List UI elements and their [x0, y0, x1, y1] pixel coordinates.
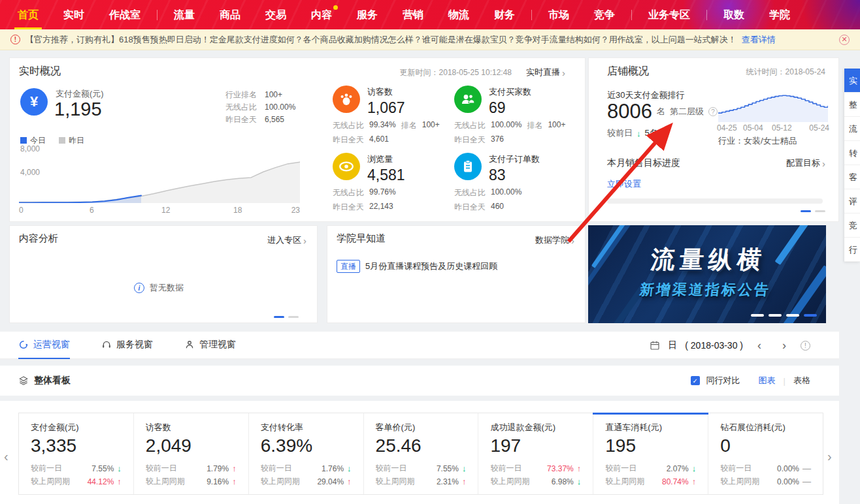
nav-item-business-zone[interactable]: 业务专区: [636, 0, 703, 29]
live-item-title: 5月份直播课程预告及历史课程回顾: [365, 260, 497, 272]
cards-scroll-left[interactable]: ‹: [4, 449, 8, 464]
enter-zone-link[interactable]: 进入专区›: [267, 234, 306, 246]
quick-nav-competition[interactable]: 竞: [844, 213, 860, 238]
nav-divider: [531, 10, 532, 20]
nav-item-trade[interactable]: 交易: [253, 0, 299, 29]
metric-buyers: 支付买家数 69 无线占比100.00%排名100+ 昨日全天376: [454, 86, 576, 153]
kpi-card-ztc-spend[interactable]: 直通车消耗(元) 195 较前一日2.07%↓ 较上周同期80.74%↑: [593, 413, 708, 494]
academy-live-item[interactable]: 直播 5月份直播课程预告及历史课程回顾: [337, 260, 497, 273]
goal-progress-bar: [607, 198, 823, 204]
quick-nav-traffic[interactable]: 流: [844, 117, 860, 141]
chevron-right-icon: ›: [822, 159, 825, 168]
trend-arrow-icon: ↓: [462, 464, 467, 473]
setup-now-link[interactable]: 立即设置: [607, 178, 641, 190]
info-icon: i: [134, 283, 144, 293]
legend-yesterday[interactable]: 昨日: [59, 135, 84, 146]
quick-nav-realtime[interactable]: 实: [844, 69, 860, 93]
trend-arrow-icon: ↑: [692, 477, 697, 486]
table-view-toggle[interactable]: 表格: [793, 375, 810, 386]
help-icon[interactable]: ?: [708, 107, 718, 116]
data-academy-link[interactable]: 数据学院›: [535, 234, 574, 246]
nav-item-content[interactable]: 内容: [299, 0, 344, 29]
quick-nav-overall[interactable]: 整: [844, 93, 860, 117]
peer-compare-checkbox[interactable]: ✓: [691, 376, 700, 385]
pagination-dash-active[interactable]: [274, 316, 284, 318]
banner-line1: 流量纵横: [588, 244, 826, 276]
cards-scroll-right[interactable]: ›: [827, 449, 832, 464]
trend-arrow-icon: ↑: [347, 477, 352, 486]
trend-arrow-icon: ↓: [347, 464, 352, 473]
promo-banner[interactable]: 流量纵横 新增渠道指标公告: [588, 225, 826, 323]
kpi-card-visitors[interactable]: 访客数 2,049 较前一日1.79%↑ 较上周同期9.16%↑: [134, 413, 249, 494]
nav-item-market[interactable]: 市场: [536, 0, 582, 29]
payment-value: 1,195: [54, 99, 102, 120]
chevron-right-icon: ›: [562, 68, 565, 78]
nav-divider: [706, 10, 707, 20]
live-broadcast-link[interactable]: 实时直播›: [526, 67, 565, 78]
date-info-icon[interactable]: !: [801, 341, 810, 351]
kpi-card-payment[interactable]: 支付金额(元) 3,335 较前一日7.55%↓ 较上周同期44.12%↑: [19, 413, 134, 494]
kpi-cards-box: 支付金额(元) 3,335 较前一日7.55%↓ 较上周同期44.12%↑ 访客…: [18, 413, 823, 495]
kpi-card-diamond-spend[interactable]: 钻石展位消耗(元) 0 较前一日0.00%— 较上周同期0.00%—: [708, 413, 823, 494]
rank-chart-ticks: 04-25 05-04 05-12 05-24: [717, 123, 829, 133]
nav-item-finance[interactable]: 财务: [482, 0, 527, 29]
nav-item-service[interactable]: 服务: [344, 0, 390, 29]
tab-operations-view[interactable]: 运营视窗: [18, 332, 70, 359]
x-axis-ticks: 0 6 12 18 23: [19, 206, 300, 215]
close-icon[interactable]: ✕: [839, 35, 850, 45]
nav-item-data-fetch[interactable]: 取数: [711, 0, 757, 29]
pagination-dash-active[interactable]: [801, 210, 811, 212]
nav-item-goods[interactable]: 商品: [207, 0, 253, 29]
date-range[interactable]: ( 2018-03-30 ): [685, 340, 743, 351]
divider: |: [784, 376, 786, 386]
nav-item-warroom[interactable]: 作战室: [97, 0, 153, 29]
configure-goal-link[interactable]: 配置目标›: [786, 157, 825, 169]
nav-item-competition[interactable]: 竞争: [582, 0, 627, 29]
prev-date-button[interactable]: ‹: [751, 339, 768, 353]
next-date-button[interactable]: ›: [776, 339, 793, 353]
quick-nav-customers[interactable]: 客: [844, 165, 860, 189]
nav-item-academy[interactable]: 学院: [757, 0, 802, 29]
chart-view-toggle[interactable]: 图表: [759, 375, 776, 386]
pagination-dash[interactable]: [288, 316, 299, 318]
quick-nav-reviews[interactable]: 评: [844, 189, 860, 213]
pagination-dash[interactable]: [751, 314, 764, 317]
calendar-icon[interactable]: [650, 340, 660, 351]
quick-nav-conversion[interactable]: 转: [844, 141, 860, 165]
quick-nav-industry[interactable]: 行: [844, 238, 860, 262]
realtime-trend-chart: [19, 148, 300, 203]
banner-line2: 新增渠道指标公告: [588, 280, 825, 300]
banner-pagination: [751, 314, 817, 317]
board-bar: 整体看板 ✓ 同行对比 图表 | 表格: [0, 366, 839, 396]
kpi-card-refund[interactable]: 成功退款金额(元) 197 较前一日73.37%↑ 较上周同期6.98%↓: [478, 413, 593, 494]
realtime-overview-panel: 实时概况 更新时间：2018-05-25 10:12:48 实时直播› ¥ 支付…: [9, 57, 586, 222]
pagination-dash[interactable]: [786, 314, 799, 317]
live-badge: 直播: [337, 260, 360, 273]
nav-item-traffic[interactable]: 流量: [161, 0, 207, 29]
metric-visitors: 访客数 1,067 无线占比99.34%排名100+ 昨日全天4,601: [333, 86, 454, 153]
notification-dot: [333, 5, 338, 10]
date-mode[interactable]: 日: [668, 339, 677, 351]
tab-service-view[interactable]: 服务视窗: [101, 332, 153, 359]
nav-item-logistics[interactable]: 物流: [436, 0, 482, 29]
ops-view-icon: [18, 339, 29, 350]
realtime-title: 实时概况: [19, 65, 61, 78]
peer-compare-label: 同行对比: [706, 375, 740, 386]
academy-panel: 学院早知道 数据学院› 直播 5月份直播课程预告及历史课程回顾: [327, 225, 586, 323]
stat-time: 统计时间：2018-05-24: [746, 67, 825, 78]
notice-detail-link[interactable]: 查看详情: [742, 34, 776, 46]
pagination-dash[interactable]: [769, 314, 782, 317]
trend-arrow-icon: ↑: [232, 464, 237, 473]
kpi-card-avg-order[interactable]: 客单价(元) 25.46 较前一日7.55%↓ 较上周同期2.31%↑: [364, 413, 479, 494]
view-tab-bar: 运营视窗 服务视窗 管理视窗 日 ( 2018-03-30 ) ‹ › !: [0, 332, 839, 359]
kpi-card-conversion[interactable]: 支付转化率 6.39% 较前一日1.76%↓ 较上周同期29.04%↑: [249, 413, 364, 494]
nav-item-marketing[interactable]: 营销: [390, 0, 436, 29]
nav-item-realtime[interactable]: 实时: [51, 0, 97, 29]
pagination-dash-active[interactable]: [804, 314, 817, 317]
tab-management-view[interactable]: 管理视窗: [184, 332, 236, 359]
nav-item-home[interactable]: 首页: [5, 0, 51, 29]
delta-label: 较前日: [607, 127, 633, 139]
rank-value: 8006: [607, 100, 652, 123]
shop-overview-panel: 店铺概况 统计时间：2018-05-24 近30天支付金额排行 8006 名 第…: [588, 57, 839, 222]
pagination-dash[interactable]: [815, 210, 825, 212]
